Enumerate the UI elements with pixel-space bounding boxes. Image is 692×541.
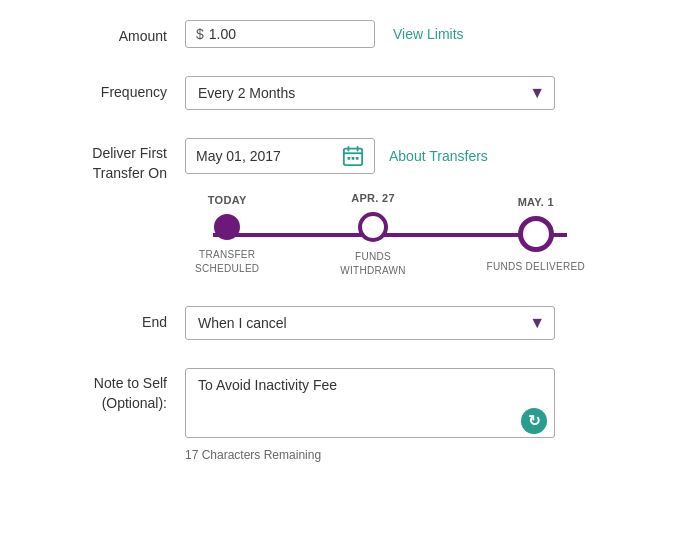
amount-input[interactable]: [209, 26, 329, 42]
frequency-select-wrap: Every Month Every 2 Months Every 3 Month…: [185, 76, 555, 110]
amount-controls: $ View Limits: [185, 20, 662, 48]
timeline-node-may1: MAY. 1 FUNDS DELIVERED: [487, 196, 585, 274]
calendar-icon: [342, 145, 364, 167]
note-refresh-button[interactable]: ↻: [521, 408, 547, 434]
node-circle-today: [214, 214, 240, 240]
frequency-row: Frequency Every Month Every 2 Months Eve…: [30, 76, 662, 110]
note-label: Note to Self (Optional):: [30, 368, 185, 413]
deliver-row: Deliver First Transfer On May 01, 2017: [30, 138, 662, 278]
about-transfers-text: About Transfers: [389, 148, 488, 164]
timeline-wrap: TODAY TRANSFERSCHEDULED APR. 27 FUNDSWIT…: [185, 192, 595, 278]
note-row: Note to Self (Optional): To Avoid Inacti…: [30, 368, 662, 462]
svg-rect-4: [348, 157, 351, 160]
note-controls: To Avoid Inactivity Fee ↻ 17 Characters …: [185, 368, 662, 462]
end-controls: When I cancel After a specific number On…: [185, 306, 662, 340]
about-text: About: [389, 148, 426, 164]
end-select-wrap: When I cancel After a specific number On…: [185, 306, 555, 340]
transfers-link[interactable]: Transfers: [429, 148, 488, 164]
node-circle-may1: [518, 216, 554, 252]
timeline-track: TODAY TRANSFERSCHEDULED APR. 27 FUNDSWIT…: [195, 192, 585, 278]
timeline-node-apr27: APR. 27 FUNDSWITHDRAWN: [340, 192, 406, 278]
svg-rect-5: [352, 157, 355, 160]
node-date-may1: MAY. 1: [518, 196, 554, 208]
svg-rect-6: [356, 157, 359, 160]
note-label-line2: (Optional):: [102, 395, 167, 411]
amount-input-wrap: $: [185, 20, 375, 48]
deliver-label-line2: Transfer On: [93, 165, 167, 181]
chars-remaining: 17 Characters Remaining: [185, 448, 321, 462]
amount-row: Amount $ View Limits: [30, 20, 662, 48]
end-row: End When I cancel After a specific numbe…: [30, 306, 662, 340]
frequency-controls: Every Month Every 2 Months Every 3 Month…: [185, 76, 662, 110]
timeline-node-today: TODAY TRANSFERSCHEDULED: [195, 194, 259, 276]
note-textarea[interactable]: To Avoid Inactivity Fee: [185, 368, 555, 438]
deliver-label-line1: Deliver First: [92, 145, 167, 161]
deliver-inner: May 01, 2017 About: [185, 138, 595, 278]
deliver-controls: May 01, 2017 About: [185, 138, 662, 278]
note-textarea-wrap: To Avoid Inactivity Fee ↻: [185, 368, 555, 442]
amount-label: Amount: [30, 20, 185, 44]
node-label-apr27: FUNDSWITHDRAWN: [340, 250, 406, 278]
end-select[interactable]: When I cancel After a specific number On…: [185, 306, 555, 340]
frequency-label: Frequency: [30, 76, 185, 100]
dollar-sign: $: [196, 26, 204, 42]
frequency-select[interactable]: Every Month Every 2 Months Every 3 Month…: [185, 76, 555, 110]
view-limits-link[interactable]: View Limits: [393, 26, 464, 42]
calendar-button[interactable]: [342, 145, 364, 167]
date-input-wrap: May 01, 2017: [185, 138, 375, 174]
node-label-today: TRANSFERSCHEDULED: [195, 248, 259, 276]
node-circle-apr27: [358, 212, 388, 242]
note-label-line1: Note to Self: [94, 375, 167, 391]
node-label-may1: FUNDS DELIVERED: [487, 260, 585, 274]
refresh-icon: ↻: [528, 412, 541, 430]
end-label: End: [30, 306, 185, 330]
date-row: May 01, 2017 About: [185, 138, 488, 174]
date-text: May 01, 2017: [196, 148, 334, 164]
node-date-today: TODAY: [208, 194, 247, 206]
node-date-apr27: APR. 27: [351, 192, 395, 204]
deliver-label: Deliver First Transfer On: [30, 138, 185, 183]
